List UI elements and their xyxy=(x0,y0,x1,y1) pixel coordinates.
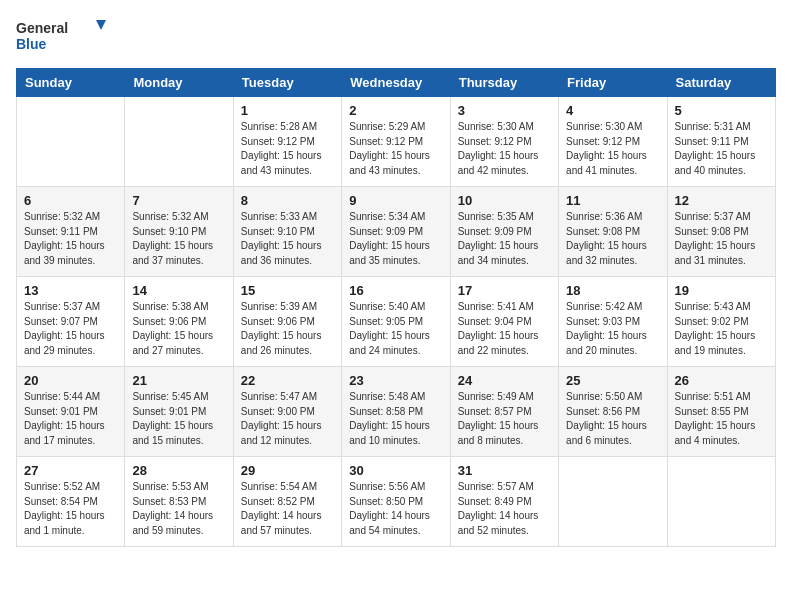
calendar-cell: 25Sunrise: 5:50 AM Sunset: 8:56 PM Dayli… xyxy=(559,367,667,457)
day-info: Sunrise: 5:33 AM Sunset: 9:10 PM Dayligh… xyxy=(241,210,334,268)
day-number: 3 xyxy=(458,103,551,118)
calendar-cell: 11Sunrise: 5:36 AM Sunset: 9:08 PM Dayli… xyxy=(559,187,667,277)
day-info: Sunrise: 5:45 AM Sunset: 9:01 PM Dayligh… xyxy=(132,390,225,448)
logo: General Blue xyxy=(16,16,106,56)
day-info: Sunrise: 5:32 AM Sunset: 9:11 PM Dayligh… xyxy=(24,210,117,268)
day-info: Sunrise: 5:31 AM Sunset: 9:11 PM Dayligh… xyxy=(675,120,768,178)
day-info: Sunrise: 5:53 AM Sunset: 8:53 PM Dayligh… xyxy=(132,480,225,538)
calendar-cell xyxy=(17,97,125,187)
day-number: 10 xyxy=(458,193,551,208)
day-info: Sunrise: 5:30 AM Sunset: 9:12 PM Dayligh… xyxy=(566,120,659,178)
day-number: 27 xyxy=(24,463,117,478)
calendar-cell: 20Sunrise: 5:44 AM Sunset: 9:01 PM Dayli… xyxy=(17,367,125,457)
day-info: Sunrise: 5:30 AM Sunset: 9:12 PM Dayligh… xyxy=(458,120,551,178)
calendar-cell: 10Sunrise: 5:35 AM Sunset: 9:09 PM Dayli… xyxy=(450,187,558,277)
calendar-cell: 1Sunrise: 5:28 AM Sunset: 9:12 PM Daylig… xyxy=(233,97,341,187)
day-number: 5 xyxy=(675,103,768,118)
calendar-cell: 28Sunrise: 5:53 AM Sunset: 8:53 PM Dayli… xyxy=(125,457,233,547)
calendar-cell: 3Sunrise: 5:30 AM Sunset: 9:12 PM Daylig… xyxy=(450,97,558,187)
calendar-cell xyxy=(559,457,667,547)
calendar-cell: 21Sunrise: 5:45 AM Sunset: 9:01 PM Dayli… xyxy=(125,367,233,457)
weekday-header: Tuesday xyxy=(233,69,341,97)
day-number: 2 xyxy=(349,103,442,118)
day-number: 7 xyxy=(132,193,225,208)
day-number: 16 xyxy=(349,283,442,298)
calendar-cell: 7Sunrise: 5:32 AM Sunset: 9:10 PM Daylig… xyxy=(125,187,233,277)
day-info: Sunrise: 5:56 AM Sunset: 8:50 PM Dayligh… xyxy=(349,480,442,538)
calendar-cell: 13Sunrise: 5:37 AM Sunset: 9:07 PM Dayli… xyxy=(17,277,125,367)
day-info: Sunrise: 5:57 AM Sunset: 8:49 PM Dayligh… xyxy=(458,480,551,538)
day-info: Sunrise: 5:52 AM Sunset: 8:54 PM Dayligh… xyxy=(24,480,117,538)
day-number: 12 xyxy=(675,193,768,208)
logo-icon: General Blue xyxy=(16,16,106,56)
day-number: 11 xyxy=(566,193,659,208)
day-number: 15 xyxy=(241,283,334,298)
weekday-header: Friday xyxy=(559,69,667,97)
svg-text:Blue: Blue xyxy=(16,36,47,52)
day-info: Sunrise: 5:44 AM Sunset: 9:01 PM Dayligh… xyxy=(24,390,117,448)
day-info: Sunrise: 5:49 AM Sunset: 8:57 PM Dayligh… xyxy=(458,390,551,448)
day-number: 9 xyxy=(349,193,442,208)
day-info: Sunrise: 5:54 AM Sunset: 8:52 PM Dayligh… xyxy=(241,480,334,538)
day-number: 25 xyxy=(566,373,659,388)
day-number: 4 xyxy=(566,103,659,118)
calendar-header-row: SundayMondayTuesdayWednesdayThursdayFrid… xyxy=(17,69,776,97)
calendar-cell: 15Sunrise: 5:39 AM Sunset: 9:06 PM Dayli… xyxy=(233,277,341,367)
day-info: Sunrise: 5:48 AM Sunset: 8:58 PM Dayligh… xyxy=(349,390,442,448)
calendar-week-row: 27Sunrise: 5:52 AM Sunset: 8:54 PM Dayli… xyxy=(17,457,776,547)
calendar-cell: 30Sunrise: 5:56 AM Sunset: 8:50 PM Dayli… xyxy=(342,457,450,547)
weekday-header: Monday xyxy=(125,69,233,97)
weekday-header: Sunday xyxy=(17,69,125,97)
calendar-week-row: 6Sunrise: 5:32 AM Sunset: 9:11 PM Daylig… xyxy=(17,187,776,277)
day-info: Sunrise: 5:34 AM Sunset: 9:09 PM Dayligh… xyxy=(349,210,442,268)
calendar-cell xyxy=(125,97,233,187)
day-info: Sunrise: 5:38 AM Sunset: 9:06 PM Dayligh… xyxy=(132,300,225,358)
day-info: Sunrise: 5:43 AM Sunset: 9:02 PM Dayligh… xyxy=(675,300,768,358)
day-number: 29 xyxy=(241,463,334,478)
calendar-cell: 5Sunrise: 5:31 AM Sunset: 9:11 PM Daylig… xyxy=(667,97,775,187)
calendar-cell: 16Sunrise: 5:40 AM Sunset: 9:05 PM Dayli… xyxy=(342,277,450,367)
day-info: Sunrise: 5:42 AM Sunset: 9:03 PM Dayligh… xyxy=(566,300,659,358)
calendar-cell: 24Sunrise: 5:49 AM Sunset: 8:57 PM Dayli… xyxy=(450,367,558,457)
day-number: 1 xyxy=(241,103,334,118)
day-info: Sunrise: 5:37 AM Sunset: 9:08 PM Dayligh… xyxy=(675,210,768,268)
day-number: 21 xyxy=(132,373,225,388)
calendar-cell xyxy=(667,457,775,547)
weekday-header: Thursday xyxy=(450,69,558,97)
day-info: Sunrise: 5:41 AM Sunset: 9:04 PM Dayligh… xyxy=(458,300,551,358)
calendar-week-row: 1Sunrise: 5:28 AM Sunset: 9:12 PM Daylig… xyxy=(17,97,776,187)
calendar-cell: 26Sunrise: 5:51 AM Sunset: 8:55 PM Dayli… xyxy=(667,367,775,457)
calendar-cell: 6Sunrise: 5:32 AM Sunset: 9:11 PM Daylig… xyxy=(17,187,125,277)
calendar-cell: 12Sunrise: 5:37 AM Sunset: 9:08 PM Dayli… xyxy=(667,187,775,277)
day-number: 23 xyxy=(349,373,442,388)
day-info: Sunrise: 5:29 AM Sunset: 9:12 PM Dayligh… xyxy=(349,120,442,178)
day-number: 28 xyxy=(132,463,225,478)
page-header: General Blue xyxy=(16,16,776,56)
day-info: Sunrise: 5:37 AM Sunset: 9:07 PM Dayligh… xyxy=(24,300,117,358)
day-number: 22 xyxy=(241,373,334,388)
day-info: Sunrise: 5:28 AM Sunset: 9:12 PM Dayligh… xyxy=(241,120,334,178)
day-info: Sunrise: 5:40 AM Sunset: 9:05 PM Dayligh… xyxy=(349,300,442,358)
day-number: 20 xyxy=(24,373,117,388)
weekday-header: Saturday xyxy=(667,69,775,97)
day-number: 24 xyxy=(458,373,551,388)
calendar-cell: 18Sunrise: 5:42 AM Sunset: 9:03 PM Dayli… xyxy=(559,277,667,367)
calendar-cell: 9Sunrise: 5:34 AM Sunset: 9:09 PM Daylig… xyxy=(342,187,450,277)
calendar-week-row: 20Sunrise: 5:44 AM Sunset: 9:01 PM Dayli… xyxy=(17,367,776,457)
calendar-cell: 27Sunrise: 5:52 AM Sunset: 8:54 PM Dayli… xyxy=(17,457,125,547)
calendar-cell: 2Sunrise: 5:29 AM Sunset: 9:12 PM Daylig… xyxy=(342,97,450,187)
day-info: Sunrise: 5:50 AM Sunset: 8:56 PM Dayligh… xyxy=(566,390,659,448)
day-number: 8 xyxy=(241,193,334,208)
day-info: Sunrise: 5:35 AM Sunset: 9:09 PM Dayligh… xyxy=(458,210,551,268)
weekday-header: Wednesday xyxy=(342,69,450,97)
day-number: 13 xyxy=(24,283,117,298)
day-number: 30 xyxy=(349,463,442,478)
calendar-table: SundayMondayTuesdayWednesdayThursdayFrid… xyxy=(16,68,776,547)
svg-marker-2 xyxy=(96,20,106,30)
day-info: Sunrise: 5:39 AM Sunset: 9:06 PM Dayligh… xyxy=(241,300,334,358)
calendar-cell: 19Sunrise: 5:43 AM Sunset: 9:02 PM Dayli… xyxy=(667,277,775,367)
day-number: 17 xyxy=(458,283,551,298)
calendar-cell: 23Sunrise: 5:48 AM Sunset: 8:58 PM Dayli… xyxy=(342,367,450,457)
calendar-cell: 4Sunrise: 5:30 AM Sunset: 9:12 PM Daylig… xyxy=(559,97,667,187)
calendar-cell: 8Sunrise: 5:33 AM Sunset: 9:10 PM Daylig… xyxy=(233,187,341,277)
